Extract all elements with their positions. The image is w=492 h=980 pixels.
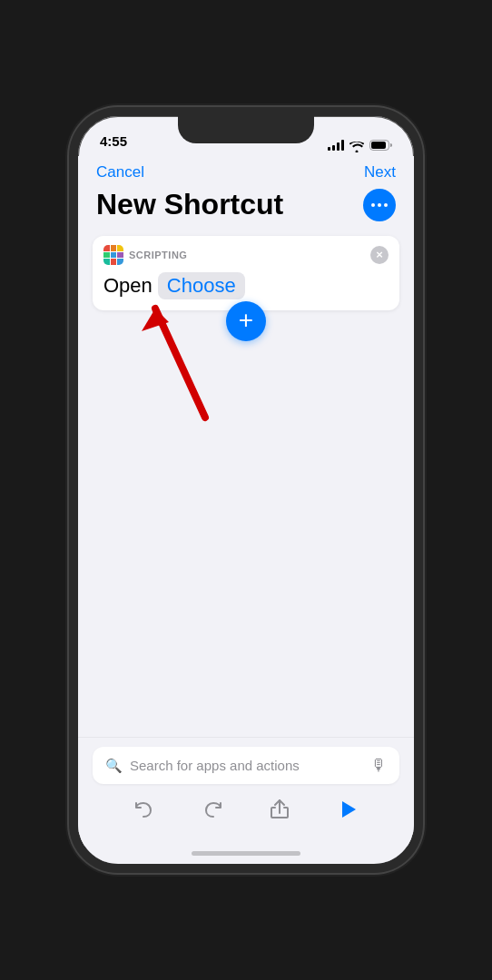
search-icon: 🔍 [105,758,123,774]
svg-marker-4 [342,801,356,818]
home-indicator [78,846,414,864]
svg-marker-3 [142,309,169,331]
action-open-label: Open [103,274,153,298]
plus-icon: + [239,308,253,333]
bottom-area: 🔍 Search for apps and actions 🎙 [78,737,414,846]
page-title: New Shortcut [96,189,283,220]
wifi-icon [349,140,364,151]
next-button[interactable]: Next [364,163,396,181]
svg-line-2 [155,309,205,417]
scripting-icon [103,245,123,265]
bottom-toolbar [93,784,399,840]
undo-button[interactable] [128,793,161,826]
page-header: New Shortcut [78,185,414,236]
status-time: 4:55 [100,133,127,151]
microphone-icon[interactable]: 🎙 [370,756,387,775]
close-action-button[interactable]: × [370,246,389,264]
category-label: SCRIPTING [129,250,187,260]
notch [178,116,314,143]
status-icons [328,140,392,151]
redo-button[interactable] [196,793,229,826]
signal-icon [328,140,344,151]
search-bar[interactable]: 🔍 Search for apps and actions 🎙 [93,747,399,784]
cancel-button[interactable]: Cancel [96,163,144,181]
home-bar [192,851,300,856]
nav-bar: Cancel Next [78,156,414,185]
search-placeholder-text: Search for apps and actions [130,758,363,773]
battery-icon [369,140,392,151]
action-card-header: SCRIPTING × [103,245,389,265]
run-button[interactable] [331,793,364,826]
svg-rect-1 [371,142,386,149]
share-button[interactable] [263,793,296,826]
action-category: SCRIPTING [103,245,187,265]
action-choose-button[interactable]: Choose [158,272,245,299]
more-button[interactable] [363,189,396,221]
action-card: SCRIPTING × Open Choose [93,236,399,310]
action-body: Open Choose [103,270,389,301]
add-action-button[interactable]: + [226,301,266,341]
more-dots-icon [371,203,388,207]
close-icon: × [376,249,383,260]
content-area: SCRIPTING × Open Choose + [78,236,414,737]
phone-frame: 4:55 Cance [69,107,423,873]
screen: Cancel Next New Shortcut [78,156,414,864]
